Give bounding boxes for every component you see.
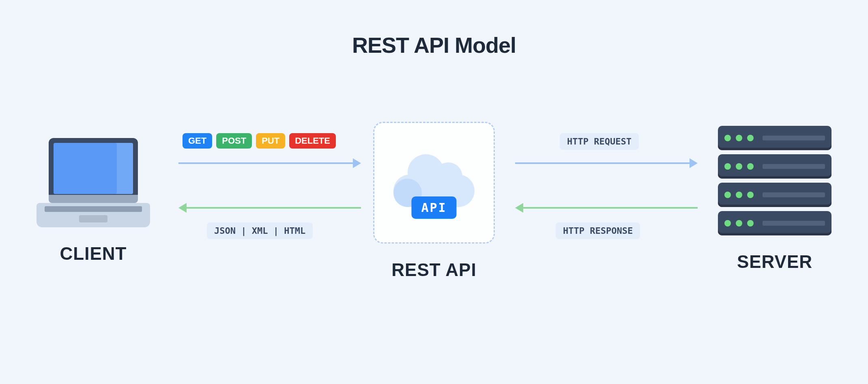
method-put: PUT	[256, 133, 285, 149]
method-delete: DELETE	[289, 133, 336, 149]
method-get: GET	[183, 133, 212, 149]
api-node: API REST API	[373, 122, 495, 280]
arrow-server-to-api	[523, 207, 698, 209]
server-node: SERVER	[710, 126, 840, 272]
server-label: SERVER	[710, 252, 840, 272]
diagram-title: REST API Model	[0, 32, 868, 58]
api-box-icon: API	[373, 122, 495, 244]
server-icon	[718, 126, 831, 235]
http-request-chip: HTTP REQUEST	[560, 133, 639, 150]
arrow-api-to-client	[187, 207, 361, 209]
laptop-icon	[37, 138, 150, 227]
client-label: CLIENT	[28, 244, 158, 264]
method-post: POST	[216, 133, 252, 149]
arrow-client-to-api	[178, 162, 353, 164]
http-methods-row: GETPOSTPUTDELETE	[183, 133, 336, 149]
response-formats-chip: JSON | XML | HTML	[207, 222, 313, 239]
arrow-api-to-server	[515, 162, 690, 164]
client-node: CLIENT	[28, 138, 158, 264]
api-label: REST API	[373, 260, 495, 280]
api-badge: API	[411, 196, 456, 219]
http-response-chip: HTTP RESPONSE	[556, 222, 640, 239]
